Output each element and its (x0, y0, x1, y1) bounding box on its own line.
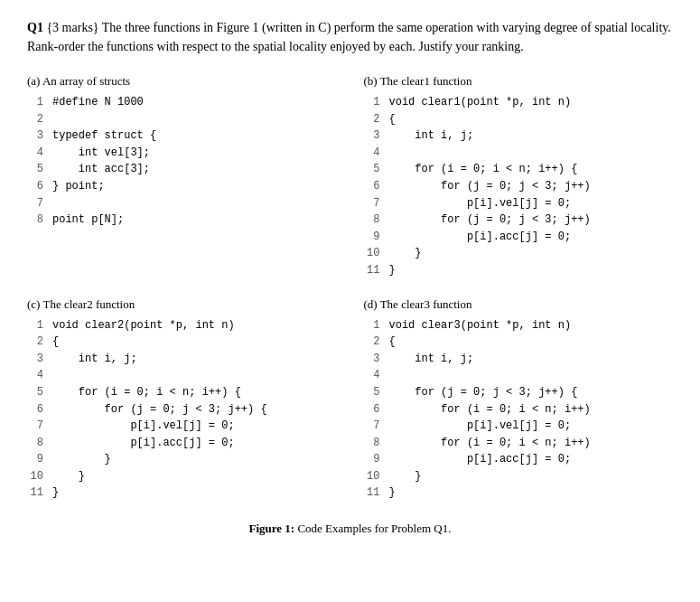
code-line: 8 for (i = 0; i < n; i++) (364, 435, 674, 452)
line-number: 3 (364, 127, 380, 145)
fig-b: (b) The clear1 function1void clear1(poin… (364, 74, 674, 279)
question-block: Q1 {3 marks} The three functions in Figu… (27, 18, 673, 56)
line-code: for (i = 0; i < n; i++) (389, 401, 591, 419)
line-number: 10 (27, 468, 43, 485)
line-code: typedef struct { (52, 127, 156, 145)
line-code: int vel[3]; (52, 145, 150, 162)
code-line: 10 } (364, 245, 674, 262)
fig-a-code: 1#define N 100023typedef struct {4 int v… (27, 94, 337, 229)
line-number: 1 (364, 94, 380, 111)
code-line: 8 for (j = 0; j < 3; j++) (364, 212, 674, 229)
line-number: 4 (27, 367, 43, 384)
code-line: 9 p[i].acc[j] = 0; (364, 229, 674, 246)
line-number: 5 (364, 161, 380, 178)
code-line: 4 (364, 145, 674, 162)
fig-a-title: (a) An array of structs (27, 74, 337, 89)
line-number: 1 (27, 94, 43, 111)
code-line: 4 int vel[3]; (27, 145, 337, 162)
caption-text: Code Examples for Problem Q1. (297, 522, 451, 535)
line-code: for (i = 0; i < n; i++) { (389, 161, 578, 178)
line-code: #define N 1000 (52, 94, 144, 111)
line-code: p[i].vel[j] = 0; (52, 418, 235, 435)
line-number: 3 (27, 127, 43, 145)
line-number: 5 (364, 384, 380, 401)
code-line: 7 p[i].vel[j] = 0; (364, 418, 674, 435)
fig-d: (d) The clear3 function1void clear3(poin… (364, 297, 674, 503)
line-code: int i, j; (389, 351, 474, 368)
code-line: 3 int i, j; (27, 351, 337, 368)
line-number: 3 (27, 351, 43, 368)
fig-d-title: (d) The clear3 function (364, 297, 674, 312)
question-label: Q1 (27, 21, 43, 34)
line-number: 8 (364, 212, 380, 229)
code-line: 11} (27, 484, 337, 502)
line-code: void clear3(point *p, int n) (389, 317, 572, 334)
question-body: The three functions in Figure 1 (written… (27, 21, 671, 53)
line-number: 6 (364, 401, 380, 419)
line-code: } (52, 468, 85, 485)
code-line: 7 p[i].vel[j] = 0; (364, 195, 674, 212)
code-line: 2{ (364, 111, 674, 128)
line-code: } (389, 245, 422, 262)
caption-label: Figure 1: (249, 522, 295, 535)
line-number: 7 (364, 195, 380, 212)
figures-container: (a) An array of structs1#define N 100023… (27, 74, 673, 502)
code-line: 1void clear1(point *p, int n) (364, 94, 674, 111)
code-line: 11} (364, 262, 674, 279)
fig-b-code: 1void clear1(point *p, int n)2{3 int i, … (364, 94, 674, 279)
line-number: 1 (364, 317, 380, 334)
line-code: for (i = 0; i < n; i++) (389, 435, 591, 452)
line-code: for (j = 0; j < 3; j++) (389, 212, 591, 229)
line-code: } point; (52, 178, 105, 195)
question-marks: {3 marks} (46, 21, 98, 34)
code-line: 4 (27, 367, 337, 384)
line-number: 9 (27, 451, 43, 468)
code-line: 9 } (27, 451, 337, 468)
line-code: } (52, 451, 111, 468)
line-number: 2 (27, 111, 43, 128)
figure-caption: Figure 1: Code Examples for Problem Q1. (27, 522, 673, 536)
code-line: 1#define N 1000 (27, 94, 337, 111)
line-number: 6 (27, 178, 43, 195)
fig-a: (a) An array of structs1#define N 100023… (27, 74, 337, 279)
line-number: 9 (364, 451, 380, 468)
line-code: p[i].acc[j] = 0; (389, 451, 572, 468)
line-code: for (j = 0; j < 3; j++) (389, 178, 591, 195)
line-code: { (389, 111, 396, 128)
code-line: 11} (364, 484, 674, 502)
code-line: 3 int i, j; (364, 351, 674, 368)
code-line: 6 for (j = 0; j < 3; j++) (364, 178, 674, 195)
line-number: 2 (364, 334, 380, 351)
line-number: 10 (364, 468, 380, 485)
line-code: for (j = 0; j < 3; j++) { (389, 384, 578, 401)
line-number: 5 (27, 384, 43, 401)
code-line: 2{ (364, 334, 674, 351)
fig-d-code: 1void clear3(point *p, int n)2{3 int i, … (364, 317, 674, 503)
code-line: 3typedef struct { (27, 127, 337, 145)
code-line: 3 int i, j; (364, 127, 674, 145)
code-line: 6 for (i = 0; i < n; i++) (364, 401, 674, 419)
line-code: void clear1(point *p, int n) (389, 94, 572, 111)
code-line: 2 (27, 111, 337, 128)
line-code: void clear2(point *p, int n) (52, 317, 235, 334)
line-code: int i, j; (389, 127, 474, 145)
code-line: 1void clear2(point *p, int n) (27, 317, 337, 334)
line-number: 10 (364, 245, 380, 262)
line-code: for (j = 0; j < 3; j++) { (52, 401, 267, 419)
line-number: 6 (27, 401, 43, 419)
line-code: p[i].vel[j] = 0; (389, 195, 572, 212)
line-code: } (389, 262, 396, 279)
line-number: 8 (27, 212, 43, 229)
line-number: 7 (27, 195, 43, 212)
line-number: 4 (27, 145, 43, 162)
code-line: 5 for (j = 0; j < 3; j++) { (364, 384, 674, 401)
line-code: p[i].acc[j] = 0; (52, 435, 235, 452)
line-number: 5 (27, 161, 43, 178)
line-number: 8 (364, 435, 380, 452)
line-code: p[i].acc[j] = 0; (389, 229, 572, 246)
code-line: 6 for (j = 0; j < 3; j++) { (27, 401, 337, 419)
line-number: 2 (364, 111, 380, 128)
code-line: 4 (364, 367, 674, 384)
line-number: 9 (364, 229, 380, 246)
line-code: { (389, 334, 396, 351)
